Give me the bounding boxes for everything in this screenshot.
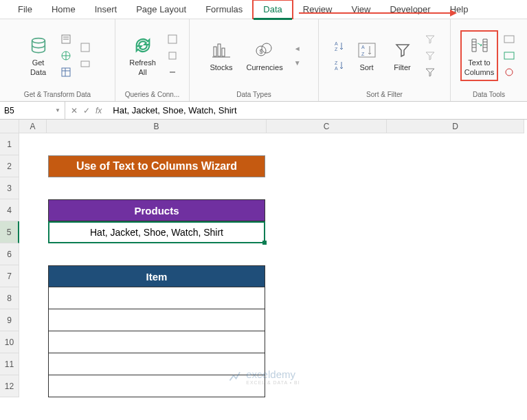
item-cell[interactable] xyxy=(48,309,265,331)
reapply-icon[interactable] xyxy=(422,48,438,63)
svg-rect-11 xyxy=(169,52,176,59)
currencies-label: Currencies xyxy=(246,63,282,72)
formula-bar[interactable]: Hat, Jacket, Shoe, Watch, Shirt xyxy=(107,105,527,115)
stocks-button[interactable]: Stocks xyxy=(204,36,238,75)
select-all-corner[interactable] xyxy=(0,120,19,133)
sort-button[interactable]: AZ Sort xyxy=(350,36,383,75)
advanced-icon[interactable] xyxy=(422,65,438,80)
from-text-icon[interactable] xyxy=(58,32,74,47)
cell[interactable] xyxy=(19,287,47,309)
tab-data[interactable]: Data xyxy=(252,0,293,19)
cell[interactable] xyxy=(19,199,47,221)
fx-icon[interactable]: fx xyxy=(96,106,102,115)
row-header[interactable]: 9 xyxy=(0,309,19,331)
tab-view[interactable]: View xyxy=(341,1,380,18)
svg-rect-12 xyxy=(214,47,216,56)
row-header[interactable]: 8 xyxy=(0,287,19,309)
svg-point-27 xyxy=(506,69,513,76)
tab-formulas[interactable]: Formulas xyxy=(196,1,252,18)
ribbon-tabs: File Home Insert Page Layout Formulas Da… xyxy=(0,0,527,19)
col-header-d[interactable]: D xyxy=(387,120,524,133)
row-header[interactable]: 2 xyxy=(0,155,19,177)
group-get-transform: Get Data Get & Transform Data xyxy=(0,19,115,101)
svg-text:Z: Z xyxy=(335,47,338,52)
cancel-icon[interactable]: ✕ xyxy=(71,106,78,115)
worksheet: A B C D 1 2 Use of Text to Columns Wizar… xyxy=(0,120,527,397)
chevron-left-icon[interactable]: ◄ xyxy=(294,45,301,52)
tab-review[interactable]: Review xyxy=(293,1,342,18)
chevron-down-icon[interactable]: ▼ xyxy=(55,107,60,113)
refresh-all-button[interactable]: Refresh All xyxy=(124,32,161,79)
data-validation-icon[interactable] xyxy=(501,65,517,80)
row-5: 5 Hat, Jacket, Shoe, Watch, Shirt xyxy=(0,221,527,243)
sort-small: AZ ZA xyxy=(331,38,348,73)
existing-conn-icon[interactable] xyxy=(77,56,93,71)
row-header[interactable]: 1 xyxy=(0,133,19,155)
cell[interactable] xyxy=(19,155,47,177)
currencies-button[interactable]: $ Currencies xyxy=(240,36,288,75)
col-header-a[interactable]: A xyxy=(19,120,47,133)
row-header[interactable]: 4 xyxy=(0,199,19,221)
get-data-button[interactable]: Get Data xyxy=(22,32,55,79)
svg-rect-10 xyxy=(168,35,177,43)
row-header[interactable]: 6 xyxy=(0,243,19,265)
group-label: Sort & Filter xyxy=(323,89,446,100)
tab-home[interactable]: Home xyxy=(42,1,85,18)
watermark-tagline: EXCEL & DATA • BI xyxy=(246,380,300,385)
row-header[interactable]: 10 xyxy=(0,331,19,353)
row-header[interactable]: 12 xyxy=(0,375,19,397)
clear-icon[interactable] xyxy=(422,32,438,47)
selected-cell[interactable]: Hat, Jacket, Shoe, Watch, Shirt xyxy=(48,221,265,243)
filter-button[interactable]: Filter xyxy=(386,36,419,75)
svg-text:A: A xyxy=(335,66,338,71)
remove-dup-icon[interactable] xyxy=(501,48,517,63)
chevron-right-icon[interactable]: ▼ xyxy=(294,59,301,67)
group-label: Queries & Conn... xyxy=(120,89,185,100)
get-data-label: Get Data xyxy=(30,58,46,76)
enter-icon[interactable]: ✓ xyxy=(83,106,90,115)
row-2: 2 Use of Text to Columns Wizard xyxy=(0,155,527,177)
from-table-icon[interactable] xyxy=(58,65,74,80)
svg-text:Z: Z xyxy=(361,52,365,56)
refresh-icon xyxy=(132,34,154,56)
database-icon xyxy=(27,34,49,56)
row-header[interactable]: 11 xyxy=(0,353,19,375)
col-header-c[interactable]: C xyxy=(267,120,387,133)
recent-sources-icon[interactable] xyxy=(77,40,93,55)
tab-developer[interactable]: Developer xyxy=(380,1,440,18)
cell[interactable] xyxy=(19,331,47,353)
item-header-cell[interactable]: Item xyxy=(48,265,265,287)
tab-insert[interactable]: Insert xyxy=(85,1,127,18)
row-header[interactable]: 5 xyxy=(0,221,19,243)
sort-desc-icon[interactable]: ZA xyxy=(331,58,348,73)
cell[interactable] xyxy=(19,309,47,331)
svg-rect-25 xyxy=(504,36,514,43)
row-header[interactable]: 3 xyxy=(0,177,19,199)
watermark-brand: exceldemy xyxy=(246,368,300,380)
tab-file[interactable]: File xyxy=(8,1,42,18)
queries-icon[interactable] xyxy=(164,32,181,47)
col-header-b[interactable]: B xyxy=(47,120,267,133)
text-to-columns-button[interactable]: Text to Columns xyxy=(460,30,498,80)
products-header-cell[interactable]: Products xyxy=(48,199,265,221)
cell[interactable] xyxy=(19,375,47,397)
flash-fill-icon[interactable] xyxy=(501,32,517,47)
cell[interactable] xyxy=(19,353,47,375)
row-header[interactable]: 7 xyxy=(0,265,19,287)
get-data-small-buttons-2 xyxy=(77,40,93,71)
formula-bar-row: B5 ▼ ✕ ✓ fx Hat, Jacket, Shoe, Watch, Sh… xyxy=(0,102,527,120)
edit-links-icon[interactable] xyxy=(164,65,181,80)
stocks-label: Stocks xyxy=(210,63,232,72)
cell[interactable] xyxy=(19,221,47,243)
properties-icon[interactable] xyxy=(164,48,181,63)
tab-help[interactable]: Help xyxy=(440,1,478,18)
tab-page-layout[interactable]: Page Layout xyxy=(126,1,196,18)
item-cell[interactable] xyxy=(48,287,265,309)
item-cell[interactable] xyxy=(48,331,265,353)
svg-point-16 xyxy=(262,43,271,53)
from-web-icon[interactable] xyxy=(58,48,74,63)
cell[interactable] xyxy=(19,265,47,287)
title-cell[interactable]: Use of Text to Columns Wizard xyxy=(48,155,265,177)
name-box[interactable]: B5 ▼ xyxy=(0,102,65,119)
sort-asc-icon[interactable]: AZ xyxy=(331,38,348,54)
